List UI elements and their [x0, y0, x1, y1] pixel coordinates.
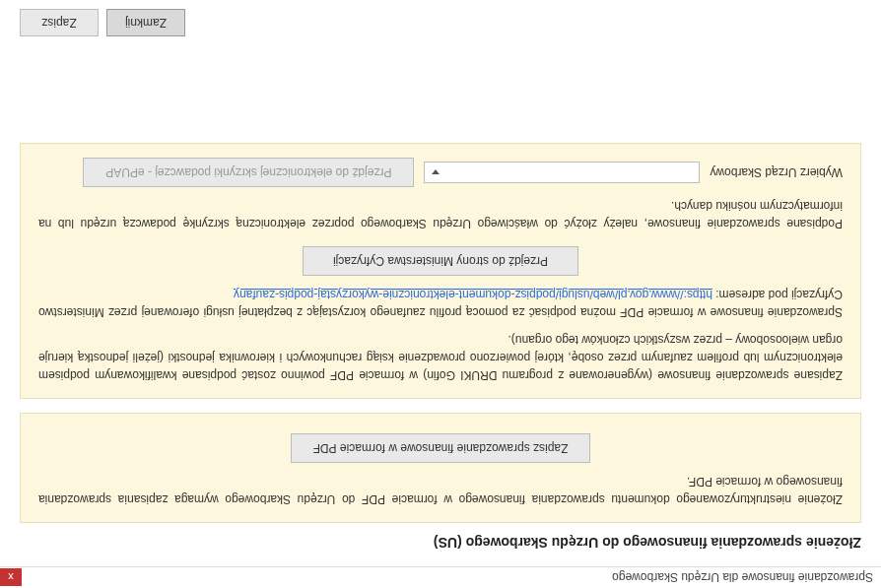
panel1-button-row: Zapisz sprawozdanie finansowe w formacie… [38, 433, 843, 463]
save-footer-button[interactable]: Zapisz [20, 9, 99, 36]
titlebar: Sprawozdanie finansowe dla Urzędu Skarbo… [0, 566, 881, 588]
window-title: Sprawozdanie finansowe dla Urzędu Skarbo… [612, 571, 873, 585]
panel-save-pdf: Złożenie niestrukturyzowanego dokumentu … [20, 413, 861, 523]
panel-sign-submit: Zapisane sprawozdanie finansowe (wygener… [20, 143, 861, 399]
panel2-para3: Podpisane sprawozdanie finansowe, należy… [38, 197, 843, 232]
select-row: Wybierz Urząd Skarbowy Przejdź do elektr… [38, 158, 843, 187]
close-icon: x [8, 572, 14, 584]
panel1-text: Złożenie niestrukturyzowanego dokumentu … [38, 473, 843, 508]
footer-buttons: Zamknij Zapisz [20, 9, 185, 36]
gov-link[interactable]: https://www.gov.pl/web/uslugi/podpisz-do… [234, 288, 712, 301]
close-footer-button[interactable]: Zamknij [106, 9, 185, 36]
panel2-para1: Zapisane sprawozdanie finansowe (wygener… [38, 331, 843, 384]
save-pdf-button[interactable]: Zapisz sprawozdanie finansowe w formacie… [291, 433, 591, 463]
panel2-para2: Sprawozdanie finansowe w formacie PDF mo… [38, 286, 843, 321]
close-button[interactable]: x [0, 569, 22, 587]
ministry-button[interactable]: Przejdź do strony Ministerstwa Cyfryzacj… [303, 246, 578, 276]
select-label: Wybierz Urząd Skarbowy [710, 163, 843, 181]
epuap-button[interactable]: Przejdź do elektronicznej skrzynki podaw… [83, 158, 414, 187]
content-area: Złożenie sprawozdania finansowego do Urz… [0, 119, 881, 566]
tax-office-select[interactable] [424, 162, 700, 183]
chevron-down-icon [429, 165, 442, 179]
panel2-button-row: Przejdź do strony Ministerstwa Cyfryzacj… [38, 246, 843, 276]
page-heading: Złożenie sprawozdania finansowego do Urz… [20, 535, 861, 551]
